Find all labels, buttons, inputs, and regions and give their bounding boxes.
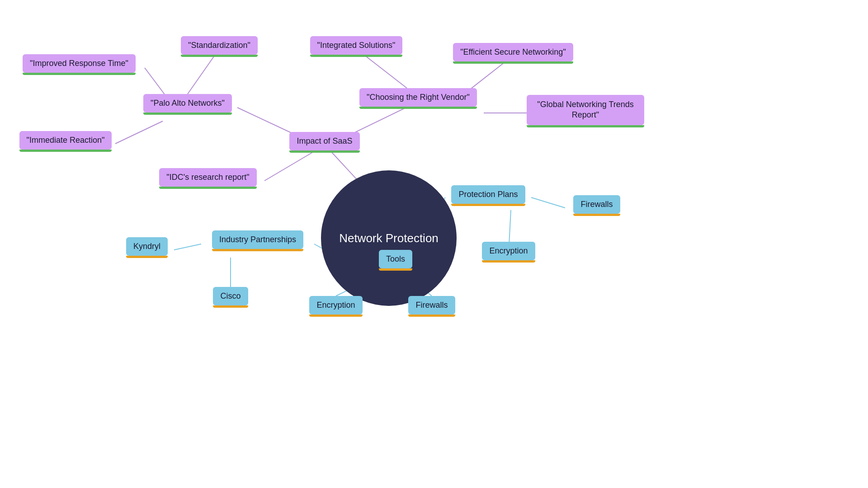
- node-industry-partnerships[interactable]: Industry Partnerships: [201, 230, 314, 249]
- node-palo-alto[interactable]: "Palo Alto Networks": [138, 94, 237, 113]
- node-kyndryl[interactable]: Kyndryl: [120, 237, 174, 256]
- node-global-networking[interactable]: "Global Networking Trends Report": [527, 95, 644, 125]
- node-impact-saas[interactable]: Impact of SaaS: [284, 132, 365, 150]
- node-efficient-secure[interactable]: "Efficient Secure Networking": [443, 43, 583, 61]
- node-tools[interactable]: Tools: [371, 250, 420, 268]
- node-firewalls-bottom[interactable]: Firewalls: [402, 296, 461, 314]
- node-encryption-right[interactable]: Encryption: [475, 242, 542, 260]
- svg-line-14: [174, 244, 201, 250]
- node-firewalls-top[interactable]: Firewalls: [565, 195, 628, 214]
- center-node[interactable]: Network Protection: [321, 170, 457, 306]
- node-choosing-vendor[interactable]: "Choosing the Right Vendor": [353, 88, 484, 107]
- node-improved-response[interactable]: "Improved Response Time": [14, 54, 145, 73]
- node-protection-plans[interactable]: Protection Plans: [445, 185, 531, 204]
- svg-line-11: [531, 197, 565, 208]
- node-integrated-solutions[interactable]: "Integrated Solutions": [302, 36, 410, 55]
- svg-line-5: [264, 151, 314, 181]
- node-immediate-reaction[interactable]: "Immediate Reaction": [16, 131, 115, 150]
- center-label: Network Protection: [339, 231, 439, 245]
- node-cisco[interactable]: Cisco: [208, 287, 253, 305]
- node-standardization[interactable]: "Standardization": [172, 36, 267, 55]
- node-idc-research[interactable]: "IDC's research report": [151, 168, 264, 187]
- node-encryption-bottom[interactable]: Encryption: [302, 296, 370, 314]
- svg-line-4: [115, 121, 163, 144]
